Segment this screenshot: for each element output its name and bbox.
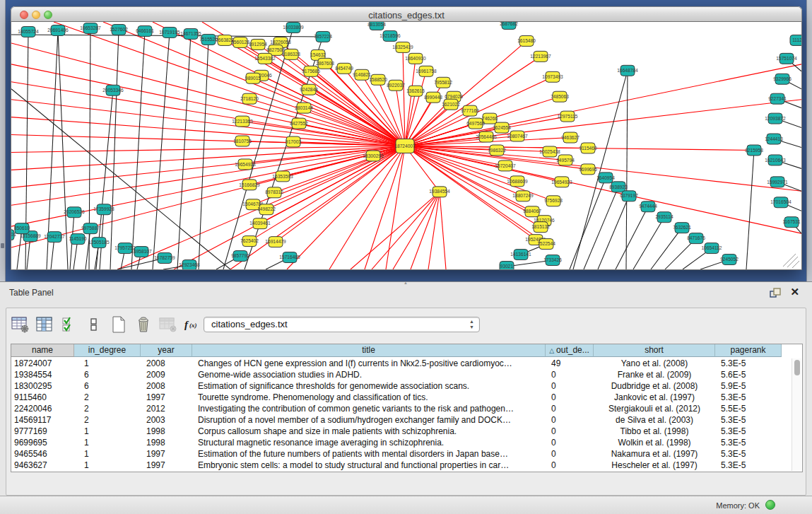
scrollbar-thumb[interactable] xyxy=(794,360,800,375)
graph-node[interactable]: 1621022 xyxy=(442,99,460,110)
graph-node[interactable]: 8922037 xyxy=(387,80,405,90)
graph-edge[interactable] xyxy=(86,228,90,269)
graph-node[interactable]: 917003 xyxy=(286,136,301,147)
graph-node[interactable]: 20564486 xyxy=(476,132,497,142)
graph-node[interactable]: 9245052 xyxy=(720,255,739,265)
graph-node[interactable]: 8912954 xyxy=(249,39,267,49)
graph-node[interactable]: 16914479 xyxy=(265,237,286,247)
graph-edge[interactable] xyxy=(386,146,405,269)
close-panel-icon[interactable]: ✕ xyxy=(790,286,799,298)
table-vertical-scrollbar[interactable] xyxy=(792,358,801,471)
memory-ok-indicator-icon[interactable] xyxy=(765,500,775,510)
graph-node[interactable]: 1815132 xyxy=(531,222,550,233)
delete-columns-icon[interactable] xyxy=(134,315,153,334)
graph-edge[interactable] xyxy=(746,150,754,269)
canvas-resize-grip-icon[interactable] xyxy=(783,254,799,268)
graph-node[interactable]: 16033809 xyxy=(283,22,304,33)
graph-node[interactable]: 19218596 xyxy=(379,30,401,41)
table-row[interactable]: 2242004622012Investigating the contribut… xyxy=(11,404,791,415)
graph-node[interactable]: 9474444 xyxy=(639,201,657,212)
graph-node[interactable]: 2803144 xyxy=(295,103,313,113)
graph-node[interactable]: 7632621 xyxy=(673,223,691,233)
table-row[interactable]: 1872400712008Changes of HCN gene express… xyxy=(11,358,791,370)
graph-node[interactable]: 16648784 xyxy=(617,65,638,76)
graph-node[interactable]: 8990448 xyxy=(424,92,442,103)
graph-node[interactable]: 16210643 xyxy=(765,155,786,165)
graph-edge[interactable] xyxy=(440,192,446,269)
graph-node[interactable]: 17016504 xyxy=(770,197,792,208)
float-panel-icon[interactable] xyxy=(770,288,781,298)
new-column-icon[interactable] xyxy=(110,315,128,334)
graph-node[interactable]: 10719195 xyxy=(159,27,180,37)
graph-edge[interactable] xyxy=(570,177,606,269)
graph-node[interactable]: 9115460 xyxy=(579,143,596,153)
graph-node[interactable]: 1640954 xyxy=(596,173,615,183)
graph-node[interactable]: 850610 xyxy=(14,223,30,234)
graph-node[interactable]: 1167531 xyxy=(782,217,800,228)
graph-node[interactable]: 1615480 xyxy=(517,35,536,46)
table-row[interactable]: 946362711997Embryonic stem cells: a mode… xyxy=(11,460,791,472)
graph-node[interactable]: 14136141 xyxy=(510,250,531,260)
graph-edge[interactable] xyxy=(174,146,405,269)
graph-edge[interactable] xyxy=(11,146,405,152)
table-row[interactable]: 911546021997Tourette syndrome. Phenomeno… xyxy=(11,392,791,404)
graph-node[interactable]: 12505185 xyxy=(88,238,110,248)
table-row[interactable]: 1830029562008Estimation of significance … xyxy=(11,381,791,392)
graph-edge[interactable] xyxy=(177,34,191,269)
graph-edge[interactable] xyxy=(403,47,405,146)
table-row[interactable]: 1456911722003Disruption of a novel membe… xyxy=(11,415,791,426)
table-mode-icon[interactable] xyxy=(11,315,29,334)
graph-node[interactable]: 18325419 xyxy=(392,42,413,52)
graph-node[interactable]: 19384554 xyxy=(429,187,450,197)
column-header-year[interactable]: year xyxy=(141,344,192,357)
graph-node[interactable]: 1112 xyxy=(790,35,801,45)
graph-edge[interactable] xyxy=(633,217,664,269)
graph-edge[interactable] xyxy=(11,100,405,146)
graph-node[interactable]: 9329966 xyxy=(773,74,792,84)
graph-node[interactable]: 8454749 xyxy=(335,63,353,74)
graph-node[interactable]: 9699695 xyxy=(579,164,597,175)
graph-node[interactable]: 9175685 xyxy=(302,66,320,76)
graph-node[interactable]: 1733426 xyxy=(543,255,562,266)
graph-node[interactable]: 20691406 xyxy=(47,25,69,35)
graph-node[interactable]: 7485063 xyxy=(551,91,569,102)
graph-edge[interactable] xyxy=(276,146,405,242)
graph-node[interactable]: 1527602 xyxy=(110,24,128,35)
graph-node[interactable]: 1588520 xyxy=(369,74,387,85)
select-columns-icon[interactable] xyxy=(60,315,78,334)
graph-node[interactable]: 8215958 xyxy=(745,145,763,156)
graph-edge[interactable] xyxy=(11,146,405,205)
graph-node[interactable]: 12042737 xyxy=(44,232,65,243)
graph-edge[interactable] xyxy=(110,30,119,269)
graph-node[interactable]: 9495794 xyxy=(556,155,575,165)
graph-edge[interactable] xyxy=(584,187,618,269)
graph-node[interactable]: 7857224 xyxy=(314,31,332,42)
table-row[interactable]: 946554611997Estimation of the future num… xyxy=(11,449,791,460)
delete-table-icon[interactable] xyxy=(159,315,177,334)
graph-node[interactable]: 1145190 xyxy=(69,234,86,245)
graph-node[interactable]: 2687682 xyxy=(500,22,518,29)
graph-edge[interactable] xyxy=(329,146,405,269)
graph-node[interactable]: 1362615 xyxy=(406,86,425,96)
graph-edge[interactable] xyxy=(598,196,629,269)
graph-node[interactable]: 12213363 xyxy=(232,116,253,127)
graph-node[interactable]: 9227341 xyxy=(768,93,787,104)
column-header-title[interactable]: title xyxy=(192,344,546,357)
graph-node[interactable]: 7522544 xyxy=(537,239,555,250)
graph-edge[interactable] xyxy=(428,192,440,269)
function-builder-icon[interactable]: f(x) xyxy=(184,315,202,334)
graph-node[interactable]: 20206526 xyxy=(64,207,85,218)
graph-node[interactable]: 15992971 xyxy=(767,177,788,187)
graph-edge[interactable] xyxy=(153,33,170,269)
graph-node[interactable]: 7986322 xyxy=(488,145,506,156)
graph-node[interactable]: 14671355 xyxy=(180,28,201,39)
graph-node[interactable]: 6466161 xyxy=(136,25,154,36)
show-columns-icon[interactable] xyxy=(35,315,54,334)
graph-node[interactable]: 93021 xyxy=(500,262,514,269)
graph-edge[interactable] xyxy=(393,192,440,269)
graph-node[interactable]: 1810755 xyxy=(233,136,252,146)
graph-node[interactable]: 2935114 xyxy=(655,212,673,223)
graph-node[interactable]: 10654112 xyxy=(702,243,722,254)
graph-node[interactable]: 9884067 xyxy=(523,206,541,217)
graph-edge[interactable] xyxy=(372,192,440,269)
